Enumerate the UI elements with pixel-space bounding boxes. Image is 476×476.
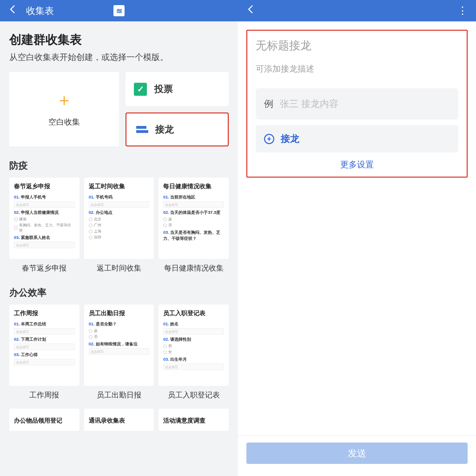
example-hint: 张三 接龙内容 <box>280 98 338 110</box>
template-card[interactable]: 通讯录收集表 <box>84 409 154 431</box>
template-input-placeholder: 点击填写 <box>89 201 150 208</box>
chain-title-input[interactable]: 无标题接龙 <box>256 38 458 53</box>
chain-form-frame: 无标题接龙 可添加接龙描述 例 张三 接龙内容 + 接龙 更多设置 <box>246 30 468 178</box>
template-card-title: 活动满意度调查 <box>163 416 205 425</box>
chain-icon <box>135 123 148 136</box>
template-field: 01. 手机号码 <box>89 194 150 200</box>
template-card-title: 办公物品领用登记 <box>14 416 62 425</box>
form-app-icon[interactable]: ≊ <box>113 5 125 16</box>
right-topbar: ⋮ <box>238 0 476 21</box>
chain-label: 接龙 <box>155 123 174 136</box>
template-radio-option: 深圳 <box>89 235 150 240</box>
add-chain-button[interactable]: + 接龙 <box>256 125 458 152</box>
template-card[interactable]: 办公物品领用登记 <box>9 409 79 431</box>
template-field: 02. 如有特殊情况，请备注 <box>89 341 150 347</box>
template-field: 01. 申报人手机号 <box>14 194 75 200</box>
template-radio-option: 女 <box>163 350 224 355</box>
left-topbar: 收集表 ≊ <box>0 0 238 21</box>
template-card-title: 春节返乡申报 <box>14 182 75 191</box>
template-input-placeholder: 点击填写 <box>14 344 75 350</box>
template-field: 01. 本周工作总结 <box>14 321 75 327</box>
template-field: 02. 下周工作计划 <box>14 337 75 343</box>
template-card[interactable]: 员工出勤日报01. 是否全勤？是否02. 如有特殊情况，请备注点击填写 <box>84 304 154 386</box>
template-radio-option: 否 <box>89 334 150 339</box>
chain-card[interactable]: 接龙 <box>126 112 229 146</box>
template-input-placeholder: 点击填写 <box>14 359 75 365</box>
template-radio-option: 健康 <box>14 217 75 222</box>
sub-heading: 从空白收集表开始创建，或选择一个模版。 <box>9 52 229 63</box>
page-title: 收集表 <box>26 5 54 17</box>
template-label: 员工入职登记表 <box>159 390 229 400</box>
plus-icon: ＋ <box>56 92 73 108</box>
template-field: 03. 紧急联系人姓名 <box>14 235 75 241</box>
section-b-title: 办公效率 <box>9 286 229 299</box>
template-card[interactable]: 每日健康情况收集01. 当前所在地区点击填写02. 当天的体温是否小于37.3度… <box>159 178 229 259</box>
template-field: 02. 办公地点 <box>89 210 150 216</box>
back-icon[interactable] <box>5 2 21 20</box>
template-radio-option: 广州 <box>89 223 150 228</box>
add-chain-label: 接龙 <box>281 132 299 145</box>
more-settings-link[interactable]: 更多设置 <box>256 159 458 170</box>
example-tag: 例 <box>264 98 273 110</box>
template-radio-option: 北京 <box>89 217 150 222</box>
template-radio-option: 否 <box>163 223 224 228</box>
template-card[interactable]: 返工时间收集01. 手机号码点击填写02. 办公地点北京广州上海深圳 <box>84 178 154 259</box>
blank-collect-card[interactable]: ＋ 空白收集 <box>9 72 119 146</box>
vote-icon: ✓ <box>134 83 147 96</box>
main-heading: 创建群收集表 <box>9 32 229 48</box>
section-a-title: 防疫 <box>9 159 229 172</box>
plus-circle-icon: + <box>264 134 274 144</box>
more-vert-icon[interactable]: ⋮ <box>454 3 471 19</box>
template-card-title: 员工出勤日报 <box>89 309 150 317</box>
template-input-placeholder: 点击填写 <box>14 201 75 208</box>
back-icon[interactable] <box>243 2 259 20</box>
template-radio-option: 有胸闷、发热、乏力、干咳等症状 <box>14 223 75 233</box>
template-card-title: 每日健康情况收集 <box>163 182 224 191</box>
template-input-placeholder: 点击填写 <box>163 328 224 335</box>
template-card-title: 工作周报 <box>14 309 75 317</box>
template-input-placeholder: 点击填写 <box>89 348 150 355</box>
template-radio-option: 男 <box>163 344 224 349</box>
template-input-placeholder: 点击填写 <box>14 242 75 248</box>
template-card-title: 员工入职登记表 <box>163 309 224 317</box>
template-radio-option: 上海 <box>89 229 150 234</box>
blank-collect-label: 空白收集 <box>48 117 80 127</box>
send-button[interactable]: 发送 <box>246 443 468 464</box>
template-field: 03. 当天是否有胸闷、发热、乏力、干咳等症状？ <box>163 230 224 242</box>
template-input-placeholder: 点击填写 <box>163 201 224 208</box>
template-field: 01. 是否全勤？ <box>89 321 150 327</box>
template-label: 员工出勤日报 <box>84 390 154 400</box>
template-field: 01. 姓名 <box>163 321 224 327</box>
template-field: 02. 请选择性别 <box>163 337 224 343</box>
template-label: 工作周报 <box>9 390 79 400</box>
template-field: 03. 工作心得 <box>14 352 75 358</box>
template-card[interactable]: 工作周报01. 本周工作总结点击填写02. 下周工作计划点击填写03. 工作心得… <box>9 304 79 386</box>
chain-desc-input[interactable]: 可添加接龙描述 <box>256 63 458 74</box>
template-label: 每日健康情况收集 <box>159 264 229 273</box>
template-radio-option: 是 <box>163 217 224 222</box>
template-radio-option: 是 <box>89 328 150 333</box>
vote-label: 投票 <box>154 83 173 95</box>
template-field: 02. 当天的体温是否小于37.3度 <box>163 210 224 216</box>
template-field: 02. 申报人当前健康情况 <box>14 210 75 216</box>
template-field: 03. 出生年月 <box>163 357 224 363</box>
template-label: 春节返乡申报 <box>9 264 79 273</box>
template-card[interactable]: 春节返乡申报01. 申报人手机号点击填写02. 申报人当前健康情况健康有胸闷、发… <box>9 178 79 259</box>
template-input-placeholder: 点击填写 <box>163 364 224 370</box>
template-card[interactable]: 活动满意度调查 <box>159 409 229 431</box>
template-label: 返工时间收集 <box>84 264 154 273</box>
template-field: 01. 当前所在地区 <box>163 194 224 200</box>
template-card[interactable]: 员工入职登记表01. 姓名点击填写02. 请选择性别男女03. 出生年月点击填写 <box>159 304 229 386</box>
template-input-placeholder: 点击填写 <box>14 328 75 335</box>
template-card-title: 返工时间收集 <box>89 182 150 191</box>
template-card-title: 通讯录收集表 <box>89 416 125 425</box>
example-row[interactable]: 例 张三 接龙内容 <box>256 88 458 119</box>
vote-card[interactable]: ✓ 投票 <box>126 72 229 106</box>
